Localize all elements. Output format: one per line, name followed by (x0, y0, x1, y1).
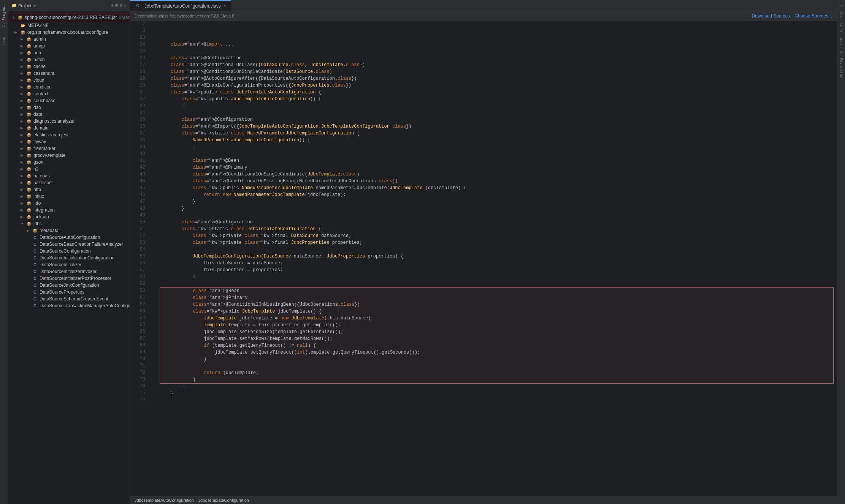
dropdown-icon[interactable]: ▼ (33, 3, 37, 8)
tree-item-elasticsearch-jest[interactable]: ▶📦elasticsearch.jest (8, 131, 130, 138)
sidebar-item-project[interactable]: 1: Project (1, 2, 7, 30)
package-icon: 📦 (26, 98, 32, 104)
tree-item-aop[interactable]: ▶📦aop (8, 49, 130, 56)
line-number: 63 (130, 308, 145, 314)
close-panel-icon[interactable]: ✕ (124, 3, 127, 8)
project-panel: 📁 Project ▼ ⚙ ⊞ ⊟ ✕ ▼ 📦 spring-boot-auto… (8, 0, 130, 504)
jar-root-item[interactable]: ▼ 📦 spring-boot-autoconfigure-2.0.3.RELE… (10, 14, 128, 21)
tree-item-label: metadata (40, 228, 59, 233)
code-line: class="ann">@Bean (160, 288, 833, 294)
line-number: 49 (130, 212, 145, 219)
tree-item-flyway[interactable]: ▶📦flyway (8, 138, 130, 145)
breadcrumb-item-2[interactable]: JdbcTemplateConfiguration (198, 498, 249, 502)
collapse-icon[interactable]: ⊟ (120, 3, 122, 8)
tree-item-couchbase[interactable]: ▶📦couchbase (8, 97, 130, 104)
code-line: class="kw">public NamedParameterJdbcTemp… (160, 185, 834, 191)
panel-title-label: Project (18, 3, 31, 8)
jar-label: spring-boot-autoconfigure-2.0.3.RELEASE.… (25, 15, 117, 20)
tree-item-jdbc-metadata[interactable]: ▶📦metadata (8, 227, 130, 234)
tree-item-meta-inf[interactable]: 📂META-INF (8, 22, 130, 29)
tree-item-domain[interactable]: ▶📦domain (8, 125, 130, 131)
code-line (160, 21, 834, 27)
code-line: return jdbcTemplate; (160, 370, 833, 376)
tree-item-dao[interactable]: ▶📦dao (8, 104, 130, 111)
tree-item-cache[interactable]: ▶📦cache (8, 63, 130, 70)
tree-item-jdbc[interactable]: ▼📦jdbc (8, 220, 130, 227)
tree-item-hazelcast[interactable]: ▶📦hazelcast (8, 179, 130, 186)
tree-item-diagnostics-analyzer[interactable]: ▶📦diagnostics.analyzer (8, 118, 130, 125)
tree-arrow: ▶ (21, 140, 26, 144)
sidebar-item-favorites[interactable]: 2: Favorites (838, 48, 844, 81)
tree-item-label: condition (33, 84, 52, 90)
expand-icon[interactable]: ⊞ (115, 3, 118, 8)
code-line: class="ann">@ConditionalOnMissingBean({N… (160, 178, 834, 185)
class-icon: C (32, 234, 38, 240)
tree-item-h2[interactable]: ▶📦h2 (8, 166, 130, 172)
sidebar-item-web[interactable]: Web (838, 35, 844, 48)
tree-item-cassandra[interactable]: ▶📦cassandra (8, 70, 130, 77)
package-icon: 📦 (26, 84, 32, 90)
tree-item-gson[interactable]: ▶📦gson (8, 159, 130, 166)
active-tab[interactable]: C JdbcTemplateAutoConfiguration.class ✕ (130, 0, 231, 11)
tree-item-DataSourceBeanCreationFailureAnalyzer[interactable]: CDataSourceBeanCreationFailureAnalyzer (8, 241, 130, 248)
choose-sources-link[interactable]: Choose Sources... (794, 13, 832, 19)
tree-item-DataSourceInitializerPostProcessor[interactable]: CDataSourceInitializerPostProcessor (8, 275, 130, 282)
tree-item-label: info (33, 201, 41, 206)
tree-item-DataSourceAutoConfiguration[interactable]: CDataSourceAutoConfiguration (8, 234, 130, 241)
tree-item-influx[interactable]: ▶📦influx (8, 193, 130, 200)
tree-item-label: diagnostics.analyzer (33, 118, 75, 124)
tree-item-freemarker[interactable]: ▶📦freemarker (8, 145, 130, 152)
sidebar-item-structure[interactable]: 2: Structure (838, 2, 844, 35)
tree-item-DataSourceInitializationConfiguration[interactable]: CDataSourceInitializationConfiguration (8, 254, 130, 261)
tree-item-label: flyway (33, 139, 46, 144)
tree-item-label: admin (33, 36, 46, 42)
tree-item-DataSourceSchemaCreatedEvent[interactable]: CDataSourceSchemaCreatedEvent (8, 295, 130, 302)
folder-icon: 📂 (20, 22, 26, 28)
tree-item-label: jdbc (33, 221, 42, 226)
tree-item-http[interactable]: ▶📦http (8, 186, 130, 193)
tab-class-icon: C (135, 3, 141, 9)
download-sources-link[interactable]: Download Sources (752, 13, 790, 19)
tree-arrow: ▶ (21, 44, 26, 48)
line-number: 27 (130, 62, 145, 68)
class-icon: C (32, 262, 38, 268)
line-number: 65 (130, 321, 145, 328)
tree-item-DataSourceInitializer[interactable]: CDataSourceInitializer (8, 261, 130, 268)
tree-item-integration[interactable]: ▶📦integration (8, 207, 130, 213)
tree-item-condition[interactable]: ▶📦condition (8, 84, 130, 90)
code-line: JdbcTemplate jdbcTemplate = new JdbcTemp… (160, 315, 833, 322)
line-number: 39 (130, 144, 145, 150)
breadcrumb-item-1[interactable]: JdbcTemplateAutoConfiguration (135, 498, 194, 502)
tree-item-data[interactable]: ▶📦data (8, 111, 130, 118)
code-line (160, 27, 834, 34)
line-number: 46 (130, 191, 145, 198)
tree-item-DataSourceConfiguration[interactable]: CDataSourceConfiguration (8, 248, 130, 254)
tree-item-batch[interactable]: ▶📦batch (8, 56, 130, 63)
tree-item-org-springframework[interactable]: ▶📦org.springframework.boot.autoconfigure (8, 29, 130, 36)
tree-item-jackson[interactable]: ▶📦jackson (8, 213, 130, 220)
tree-arrow: ▶ (21, 147, 26, 150)
code-editor: 7823242526272829303132333435363738394041… (130, 21, 837, 496)
tree-item-label: DataSourceAutoConfiguration (40, 235, 100, 240)
tree-item-hateoas[interactable]: ▶📦hateoas (8, 172, 130, 179)
code-line: class="ann">@ConditionalOnSingleCandidat… (160, 68, 834, 75)
tree-item-amqp[interactable]: ▶📦amqp (8, 43, 130, 49)
tab-close-button[interactable]: ✕ (223, 4, 226, 8)
tree-item-cloud[interactable]: ▶📦cloud (8, 77, 130, 84)
tree-arrow: ▶ (21, 181, 26, 185)
tree-item-label: domain (33, 125, 48, 131)
tree-item-context[interactable]: ▶📦context (8, 90, 130, 97)
tree-item-label: hateoas (33, 173, 50, 179)
code-content[interactable]: class="ann">@import ... class="ann">@Con… (157, 21, 837, 496)
tree-item-DataSourceJmxConfiguration[interactable]: CDataSourceJmxConfiguration (8, 282, 130, 289)
tree-item-DataSourceTransactionManagerAutoConfiguration[interactable]: CDataSourceTransactionManagerAutoConfigu… (8, 302, 130, 309)
tree-item-info[interactable]: ▶📦info (8, 200, 130, 207)
tree-item-DataSourceProperties[interactable]: CDataSourceProperties (8, 289, 130, 295)
settings-icon[interactable]: ⚙ (111, 3, 114, 8)
tree-item-admin[interactable]: ▶📦admin (8, 36, 130, 43)
line-number: 53 (130, 239, 145, 246)
sidebar-item-learn[interactable]: Learn (1, 30, 7, 48)
tree-item-DataSourceInitializerInvoker[interactable]: CDataSourceInitializerInvoker (8, 268, 130, 275)
tree-item-groovy-template[interactable]: ▶📦groovy.template (8, 152, 130, 159)
line-number: 66 (130, 328, 145, 335)
